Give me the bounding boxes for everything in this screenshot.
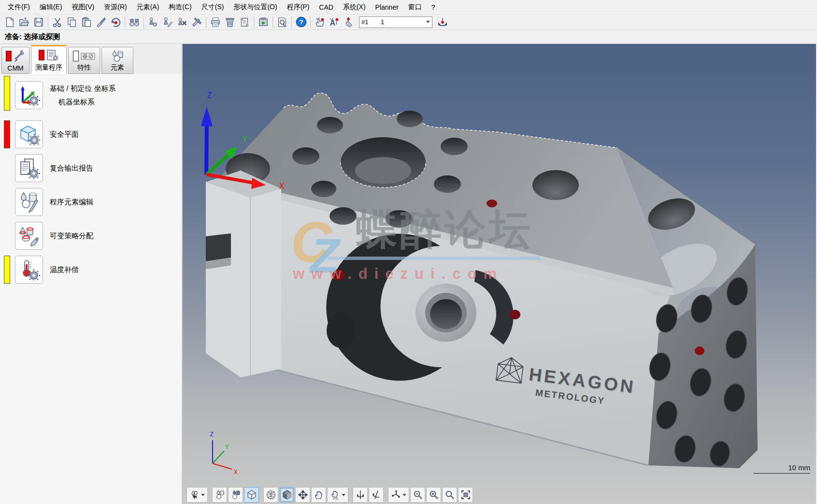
manual-measure-button[interactable] xyxy=(313,15,327,29)
tab-label: 元素 xyxy=(111,63,124,72)
view-toolbar: XYZ xyxy=(186,487,474,503)
chevron-down-icon xyxy=(342,494,345,496)
probe-edit-button[interactable] xyxy=(160,15,175,29)
menu-form-position[interactable]: 形状与位置(O) xyxy=(229,1,282,14)
auto-feature-button[interactable]: A xyxy=(327,15,342,29)
menu-edit[interactable]: 编辑(E) xyxy=(35,1,67,14)
copy-button[interactable] xyxy=(65,15,79,29)
rotate-y-button[interactable] xyxy=(353,487,368,503)
grab-view-button[interactable] xyxy=(311,487,326,503)
cmm-status-block xyxy=(6,51,12,61)
print-button[interactable] xyxy=(208,15,223,29)
step-sublabel[interactable]: 机器坐标系 xyxy=(58,98,116,107)
step-label: 复合输出报告 xyxy=(50,164,93,172)
probe-rotation-button[interactable] xyxy=(435,15,450,29)
probe-delete-button[interactable] xyxy=(175,15,189,29)
cad-viewport[interactable]: HEXAGON HEXAGON METROLOGY Z Y X xyxy=(183,44,816,504)
tab-cmm[interactable]: CMM xyxy=(1,47,29,74)
help-icon: ? xyxy=(296,16,307,28)
alignment-label-block: 基础 / 初定位 坐标系 机器坐标系 xyxy=(50,84,116,107)
zoom-window-icon xyxy=(445,490,455,500)
menu-file[interactable]: 文件(F) xyxy=(3,1,35,14)
menu-system[interactable]: 系统(X) xyxy=(338,1,371,14)
probe-selector[interactable]: #1 1 xyxy=(359,16,432,28)
rotate-x-button[interactable] xyxy=(369,487,384,503)
tools-button[interactable] xyxy=(189,15,204,29)
menu-bar: 文件(F) 编辑(E) 视图(V) 资源(R) 元素(A) 构造(C) 尺寸(S… xyxy=(0,0,817,14)
solid-cube-icon xyxy=(247,490,257,500)
output-report-icon xyxy=(18,157,40,179)
report-button[interactable] xyxy=(237,15,252,29)
report-icon-box xyxy=(15,154,43,182)
alignment-icon-box xyxy=(15,81,43,109)
menu-element[interactable]: 元素(A) xyxy=(132,1,164,14)
mini-axis-z-label: Z xyxy=(210,431,214,438)
format-brush-button[interactable] xyxy=(94,15,108,29)
element-edit-icon xyxy=(18,191,40,213)
wireframe-model-button[interactable] xyxy=(263,487,278,503)
tab-elements[interactable]: 元素 xyxy=(101,47,133,74)
zoom-in-button[interactable] xyxy=(426,487,441,503)
tab-measure-program[interactable]: 测量程序 xyxy=(31,45,67,74)
zoom-out-button[interactable] xyxy=(410,487,425,503)
probe-visibility-button[interactable] xyxy=(388,487,409,503)
probe-icon xyxy=(391,490,401,500)
menu-construct[interactable]: 构造(C) xyxy=(164,1,196,14)
find-button[interactable] xyxy=(127,15,142,29)
step-output-report[interactable]: 复合输出报告 xyxy=(0,153,182,183)
cad-model: HEXAGON HEXAGON METROLOGY Z Y X xyxy=(183,44,816,504)
cut-button[interactable] xyxy=(50,15,65,29)
fit-view-icon xyxy=(461,490,471,500)
open-file-icon xyxy=(19,17,29,28)
help-button[interactable]: ? xyxy=(294,15,308,29)
undo-button[interactable] xyxy=(108,15,123,29)
menu-resource[interactable]: 资源(R) xyxy=(99,1,131,14)
move-xyz-button[interactable]: XYZ xyxy=(327,487,348,503)
characteristic-block xyxy=(73,51,79,61)
probe-config-button[interactable] xyxy=(342,15,356,29)
axis-y-label: Y xyxy=(243,135,247,144)
delete-button[interactable] xyxy=(223,15,237,29)
panel-tabs: CMM 测量程序 特性 元素 xyxy=(0,44,182,74)
toolbar-separator xyxy=(48,16,48,28)
new-file-button[interactable] xyxy=(2,15,17,29)
menu-program[interactable]: 程序(P) xyxy=(282,1,315,14)
solid-model-button[interactable] xyxy=(244,487,259,503)
shaded-model-button[interactable] xyxy=(279,487,294,503)
selection-mode-button[interactable] xyxy=(186,487,208,503)
tab-label: 测量程序 xyxy=(35,63,62,72)
step-alignment[interactable]: 基础 / 初定位 坐标系 机器坐标系 xyxy=(0,75,182,115)
scale-indicator: 10 mm xyxy=(753,463,810,474)
step-program-element-edit[interactable]: 程序元素编辑 xyxy=(0,187,182,217)
probe-position-value: 1 xyxy=(381,18,425,26)
step-temperature-compensation[interactable]: 温度补偿 xyxy=(0,255,182,285)
program-status-block xyxy=(39,50,44,60)
run-program-button[interactable] xyxy=(256,15,271,29)
fit-view-button[interactable] xyxy=(458,487,473,503)
auto-text-icon: A xyxy=(329,17,340,28)
menu-window[interactable]: 窗口 xyxy=(403,1,427,14)
open-file-button[interactable] xyxy=(17,15,31,29)
menu-cad[interactable]: CAD xyxy=(314,1,338,13)
probe-qualification-button[interactable] xyxy=(146,15,160,29)
menu-planner[interactable]: Planner xyxy=(371,1,403,13)
safety-cube-icon xyxy=(18,123,40,145)
step-label: 温度补偿 xyxy=(50,265,79,274)
menu-help[interactable]: ? xyxy=(427,1,440,13)
save-file-button[interactable] xyxy=(31,15,46,29)
program-certificate-button[interactable] xyxy=(275,15,289,29)
zoom-window-button[interactable] xyxy=(442,487,457,503)
menu-dimension[interactable]: 尺寸(S) xyxy=(197,1,229,14)
tab-characteristics[interactable]: 特性 xyxy=(68,47,100,74)
step-safety-plane[interactable]: 安全平面 xyxy=(0,119,182,149)
mini-axis-x-label: X xyxy=(234,468,238,475)
feature-points-solid-button[interactable] xyxy=(228,487,243,503)
paste-button[interactable] xyxy=(79,15,94,29)
feature-points-outline-button[interactable] xyxy=(212,487,227,503)
pan-view-button[interactable] xyxy=(295,487,310,503)
step-variable-strategy[interactable]: 可变策略分配 xyxy=(0,221,182,251)
model-hole-front xyxy=(327,313,356,348)
menu-view[interactable]: 视图(V) xyxy=(67,1,100,14)
zoom-in-icon xyxy=(429,490,439,500)
paste-icon xyxy=(81,17,92,28)
